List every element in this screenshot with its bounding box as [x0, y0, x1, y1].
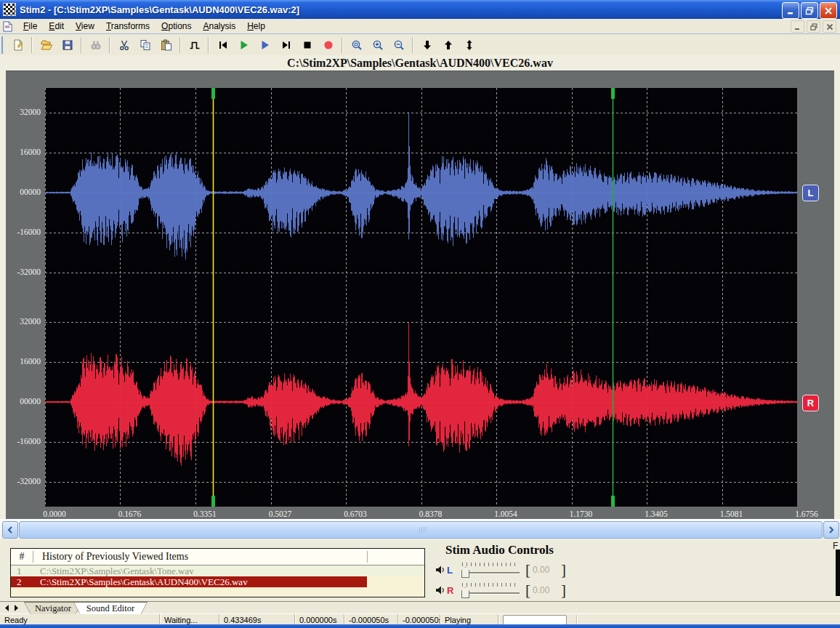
- skip-to-start-icon: [217, 39, 229, 51]
- y-tick-label: -32000: [7, 267, 41, 276]
- scroll-right-button[interactable]: [823, 521, 839, 539]
- fit-vertical-button[interactable]: [459, 36, 479, 54]
- slider-ticks: [462, 583, 519, 587]
- menu-item-view[interactable]: View: [70, 20, 100, 33]
- title-bar[interactable]: Stim2 - [C:\Stim2XP\Samples\Gentask\AUDN…: [0, 0, 840, 19]
- save-icon: [62, 39, 73, 51]
- paste-button[interactable]: [156, 36, 176, 54]
- toolbar-separator: [179, 37, 181, 53]
- zoom-in-button[interactable]: [368, 36, 387, 54]
- window-title: Stim2 - [C:\Stim2XP\Samples\Gentask\AUDN…: [20, 4, 299, 15]
- copy-icon: [140, 39, 151, 51]
- history-rows: 1C:\Stim2XP\Samples\Gentask\Tone.wav2C:\…: [11, 565, 424, 597]
- toolbar: [0, 33, 840, 56]
- scroll-right-icon: [828, 526, 834, 534]
- open-button[interactable]: [36, 36, 56, 54]
- bottom-panel: # History of Previously Viewed Items 1C:…: [0, 539, 840, 601]
- clipped-edge-strip: [836, 550, 840, 596]
- menu-item-options[interactable]: Options: [156, 20, 197, 33]
- tab-scroll-right-button[interactable]: [12, 603, 20, 613]
- pulse-marker-button[interactable]: [185, 36, 204, 54]
- find-icon: [90, 39, 102, 51]
- mdi-close-button[interactable]: [823, 20, 836, 33]
- slider-thumb[interactable]: [461, 567, 469, 578]
- find-button[interactable]: [86, 36, 105, 54]
- audio-controls-title: Stim Audio Controls: [445, 543, 554, 557]
- zoom-selection-button[interactable]: [347, 36, 366, 54]
- zoom-selection-icon: [351, 39, 363, 51]
- y-tick-label: 00000: [7, 397, 41, 406]
- slider-ticks: [462, 563, 519, 566]
- pulse-marker-icon: [189, 39, 201, 51]
- restore-button[interactable]: [801, 2, 818, 19]
- mdi-close-icon: [826, 23, 833, 31]
- scroll-left-button[interactable]: [2, 521, 18, 539]
- volume-slider-l[interactable]: [460, 561, 521, 579]
- x-tick-label: 0.8378: [411, 510, 451, 518]
- open-icon: [41, 39, 52, 51]
- menu-item-analysis[interactable]: Analysis: [197, 20, 241, 33]
- new-document-button[interactable]: [8, 36, 28, 54]
- history-row[interactable]: 2C:\Stim2XP\Samples\Gentask\AUDN400\VEC2…: [11, 576, 424, 587]
- document-title-strip: C:\Stim2XP\Samples\Gentask\AUDN400\VEC26…: [0, 55, 840, 71]
- history-header-divider-2: [367, 551, 368, 563]
- history-row-number: 2: [17, 576, 22, 587]
- zoom-in-icon: [372, 39, 384, 51]
- x-tick-label: 0.6703: [335, 510, 376, 518]
- y-tick-label: 32000: [7, 108, 41, 116]
- toolbar-separator: [31, 37, 33, 53]
- cut-button[interactable]: [114, 36, 134, 54]
- play-button[interactable]: [234, 36, 254, 54]
- y-tick-label: -32000: [7, 477, 41, 486]
- minimize-button[interactable]: [782, 2, 799, 19]
- value-bracket-right: ]: [561, 563, 566, 577]
- menu-item-file[interactable]: File: [17, 20, 43, 33]
- scrollbar-thumb[interactable]: [19, 521, 823, 539]
- document-icon: [2, 21, 13, 32]
- record-button[interactable]: [318, 36, 338, 54]
- history-row[interactable]: 1C:\Stim2XP\Samples\Gentask\Tone.wav: [11, 565, 424, 576]
- status-progress-box: [503, 615, 567, 625]
- paste-icon: [161, 39, 172, 51]
- copy-button[interactable]: [135, 36, 155, 54]
- menu-item-transforms[interactable]: Transforms: [100, 20, 156, 33]
- play-selection-button[interactable]: [255, 36, 275, 54]
- shift-up-button[interactable]: [438, 36, 458, 54]
- zoom-out-button[interactable]: [389, 36, 408, 54]
- status-field-1: Waiting...: [160, 614, 219, 625]
- shift-up-icon: [443, 39, 454, 51]
- document-title: C:\Stim2XP\Samples\Gentask\AUDN400\VEC26…: [287, 57, 553, 70]
- channel-badge-r[interactable]: R: [802, 395, 819, 411]
- value-bracket-right: ]: [561, 583, 566, 597]
- channel-badge-l[interactable]: L: [802, 185, 819, 201]
- save-button[interactable]: [57, 36, 77, 54]
- waveform-chart-region: 320001600000000-16000-320003200016000000…: [0, 71, 840, 519]
- tab-navigator[interactable]: Navigator: [24, 602, 82, 614]
- waveform-plot[interactable]: [45, 88, 797, 507]
- skip-to-start-button[interactable]: [213, 36, 233, 54]
- toolbar-grip[interactable]: [1, 36, 4, 54]
- slider-thumb[interactable]: [461, 587, 469, 598]
- status-divider: [576, 615, 577, 624]
- stop-icon: [302, 39, 313, 51]
- skip-to-end-button[interactable]: [276, 36, 296, 54]
- stop-button[interactable]: [297, 36, 317, 54]
- y-tick-label: 16000: [7, 357, 41, 366]
- mdi-minimize-button[interactable]: [791, 20, 804, 33]
- menu-item-help[interactable]: Help: [241, 20, 271, 33]
- menu-item-edit[interactable]: Edit: [43, 20, 70, 33]
- tab-scroll-left-button[interactable]: [2, 603, 11, 613]
- horizontal-scrollbar[interactable]: [0, 519, 840, 539]
- status-field-5: -0.000050s: [398, 614, 440, 625]
- close-button[interactable]: [820, 2, 837, 19]
- toolbar-separator: [412, 37, 413, 53]
- x-tick-label: 1.1730: [561, 510, 602, 518]
- shift-down-button[interactable]: [417, 36, 437, 54]
- history-list: # History of Previously Viewed Items 1C:…: [10, 548, 425, 597]
- x-tick-label: 0.1676: [110, 510, 150, 518]
- volume-slider-r[interactable]: [460, 581, 521, 599]
- fit-vertical-icon: [464, 39, 475, 51]
- skip-to-end-icon: [280, 39, 292, 51]
- mdi-restore-button[interactable]: [807, 20, 820, 33]
- tab-sound-editor[interactable]: Sound Editor: [73, 602, 148, 614]
